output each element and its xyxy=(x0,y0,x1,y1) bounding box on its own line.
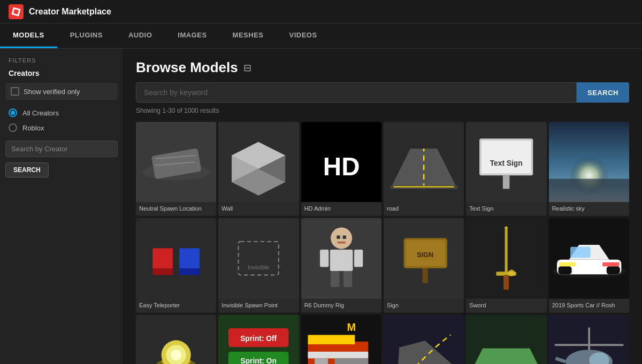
list-item[interactable]: SIGN Sign xyxy=(384,218,464,312)
list-item[interactable]: R6 Dummy Rig xyxy=(301,218,381,312)
svg-point-45 xyxy=(508,270,515,277)
svg-point-28 xyxy=(331,228,352,249)
item-label: Realistic sky xyxy=(549,202,629,216)
list-item[interactable]: Sword xyxy=(466,218,546,312)
list-item[interactable]: Sprint: Off Sprint: On Difficulty: 5/1 S… xyxy=(218,315,299,364)
list-item[interactable]: MD Helicopters MH-6 Li ttle Bird xyxy=(549,315,629,364)
svg-line-80 xyxy=(555,358,565,361)
svg-rect-66 xyxy=(308,352,368,359)
svg-text:Text Sign: Text Sign xyxy=(490,159,523,167)
svg-rect-67 xyxy=(315,358,328,364)
svg-rect-44 xyxy=(503,275,509,290)
svg-rect-69 xyxy=(308,335,355,344)
svg-rect-19 xyxy=(503,175,510,189)
tab-images[interactable]: IMAGES xyxy=(165,24,219,48)
roblox-option[interactable]: Roblox xyxy=(9,123,114,132)
verified-checkbox[interactable] xyxy=(11,87,19,96)
list-item[interactable]: Easy Teleporter xyxy=(136,218,216,312)
item-label: Sign xyxy=(384,299,464,313)
svg-marker-42 xyxy=(505,226,509,228)
verified-only-row[interactable]: Show verified only xyxy=(5,83,118,100)
svg-rect-22 xyxy=(152,249,173,269)
item-label: Easy Teleporter xyxy=(136,299,216,313)
list-item[interactable]: Realistic sky xyxy=(549,122,629,216)
item-thumbnail xyxy=(549,218,629,298)
all-creators-option[interactable]: All Creators xyxy=(9,109,114,117)
list-item[interactable]: Text Sign Text Sign xyxy=(466,122,546,216)
item-label: Neutral Spawn Location xyxy=(136,202,216,216)
browse-title: Browse Models xyxy=(136,59,238,76)
all-creators-label: All Creators xyxy=(22,109,59,117)
svg-rect-21 xyxy=(549,179,629,202)
svg-rect-30 xyxy=(320,250,328,267)
svg-point-58 xyxy=(171,350,181,360)
keyword-search-button[interactable]: SEARCH xyxy=(577,82,629,103)
svg-rect-52 xyxy=(559,262,575,267)
svg-rect-51 xyxy=(570,247,591,258)
item-thumbnail: Sprint: Off Sprint: On Difficulty: 5/1 xyxy=(218,315,299,364)
item-thumbnail: Invisible xyxy=(218,218,299,298)
item-thumbnail xyxy=(466,315,546,364)
item-thumbnail xyxy=(384,315,464,364)
creators-heading: Creators xyxy=(0,69,123,83)
svg-text:Sprint: On: Sprint: On xyxy=(241,357,277,364)
content-area: Browse Models ⊟ SEARCH Showing 1-30 of 1… xyxy=(123,49,642,364)
item-thumbnail xyxy=(218,122,299,202)
svg-marker-72 xyxy=(386,334,461,364)
item-thumbnail xyxy=(136,315,216,364)
app-title: Creator Marketplace xyxy=(29,7,111,17)
svg-rect-36 xyxy=(337,242,345,244)
svg-rect-49 xyxy=(558,267,571,275)
svg-text:SIGN: SIGN xyxy=(417,252,433,259)
tab-meshes[interactable]: MESHES xyxy=(220,24,277,48)
list-item[interactable]: 2019 Sports Car // Rosh xyxy=(549,218,629,312)
svg-rect-34 xyxy=(337,236,340,239)
models-grid: Neutral Spawn Location Wall xyxy=(136,122,629,364)
svg-rect-33 xyxy=(343,271,352,287)
item-label: Invisible Spawn Point xyxy=(218,299,299,313)
list-item[interactable]: M mcdonalds with parking lot xyxy=(301,315,381,364)
svg-rect-35 xyxy=(342,236,346,239)
creator-search-input[interactable] xyxy=(5,141,118,157)
creator-search-button[interactable]: SEARCH xyxy=(5,162,49,177)
roblox-label: Roblox xyxy=(22,124,44,132)
item-thumbnail: M xyxy=(301,315,381,364)
svg-text:Invisible: Invisible xyxy=(248,265,270,271)
svg-text:Sprint: Off: Sprint: Off xyxy=(240,334,277,342)
item-label: R6 Dummy Rig xyxy=(301,299,381,313)
filter-icon[interactable]: ⊟ xyxy=(243,62,251,74)
tab-models[interactable]: MODELS xyxy=(0,24,57,48)
svg-rect-32 xyxy=(331,271,339,287)
item-thumbnail: SIGN xyxy=(384,218,464,298)
tab-audio[interactable]: AUDIO xyxy=(116,24,165,48)
item-thumbnail xyxy=(466,218,546,298)
roblox-radio[interactable] xyxy=(9,123,17,132)
tabs-bar: MODELS PLUGINS AUDIO IMAGES MESHES VIDEO… xyxy=(0,24,642,49)
list-item[interactable]: HD HD Admin xyxy=(301,122,381,216)
list-item[interactable]: Road Turn xyxy=(384,315,464,364)
list-item[interactable]: Powerful light xyxy=(136,315,216,364)
all-creators-radio[interactable] xyxy=(9,109,17,117)
list-item[interactable]: Wall xyxy=(218,122,299,216)
svg-text:M: M xyxy=(347,321,356,333)
item-label: Wall xyxy=(218,202,299,216)
item-label: road xyxy=(384,202,464,216)
item-label: Sword xyxy=(466,299,546,313)
svg-text:HD: HD xyxy=(323,152,360,181)
svg-rect-31 xyxy=(354,250,363,267)
svg-rect-50 xyxy=(606,267,620,275)
item-label: HD Admin xyxy=(301,202,381,216)
svg-rect-68 xyxy=(334,358,368,364)
list-item[interactable]: Neutral Spawn Location xyxy=(136,122,216,216)
tab-plugins[interactable]: PLUGINS xyxy=(57,24,116,48)
item-thumbnail xyxy=(136,122,216,202)
keyword-search-input[interactable] xyxy=(136,82,577,103)
item-thumbnail xyxy=(136,218,216,298)
svg-rect-23 xyxy=(179,249,200,269)
list-item[interactable]: Invisible Invisible Spawn Point xyxy=(218,218,299,312)
svg-rect-53 xyxy=(602,262,619,267)
list-item[interactable]: Grass Baseplate xyxy=(466,315,546,364)
list-item[interactable]: road xyxy=(384,122,464,216)
tab-videos[interactable]: VIDEOS xyxy=(277,24,330,48)
item-thumbnail xyxy=(384,122,464,202)
